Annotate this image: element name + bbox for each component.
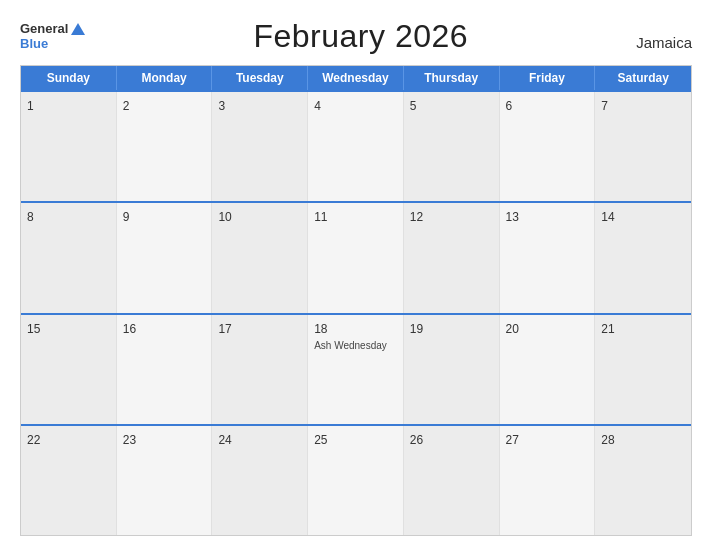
col-sunday: Sunday — [21, 66, 117, 90]
day-1: 1 — [21, 92, 117, 201]
day-20: 20 — [500, 315, 596, 424]
col-tuesday: Tuesday — [212, 66, 308, 90]
day-4: 4 — [308, 92, 404, 201]
calendar-grid: Sunday Monday Tuesday Wednesday Thursday… — [20, 65, 692, 536]
day-23: 23 — [117, 426, 213, 535]
calendar-header: Sunday Monday Tuesday Wednesday Thursday… — [21, 66, 691, 90]
day-9: 9 — [117, 203, 213, 312]
day-3: 3 — [212, 92, 308, 201]
week-2: 8 9 10 11 12 13 14 — [21, 201, 691, 312]
day-10: 10 — [212, 203, 308, 312]
logo-triangle-icon — [71, 23, 85, 35]
day-16: 16 — [117, 315, 213, 424]
day-24: 24 — [212, 426, 308, 535]
logo-general: General — [20, 22, 68, 36]
ash-wednesday-event: Ash Wednesday — [314, 339, 397, 352]
day-19: 19 — [404, 315, 500, 424]
day-8: 8 — [21, 203, 117, 312]
day-17: 17 — [212, 315, 308, 424]
calendar-body: 1 2 3 4 5 6 7 8 9 10 11 12 13 14 15 16 — [21, 90, 691, 535]
col-wednesday: Wednesday — [308, 66, 404, 90]
day-6: 6 — [500, 92, 596, 201]
day-13: 13 — [500, 203, 596, 312]
day-7: 7 — [595, 92, 691, 201]
col-monday: Monday — [117, 66, 213, 90]
day-27: 27 — [500, 426, 596, 535]
day-5: 5 — [404, 92, 500, 201]
col-friday: Friday — [500, 66, 596, 90]
week-3: 15 16 17 18 Ash Wednesday 19 20 21 — [21, 313, 691, 424]
day-21: 21 — [595, 315, 691, 424]
header: General Blue February 2026 Jamaica — [20, 18, 692, 55]
calendar-page: General Blue February 2026 Jamaica Sunda… — [0, 0, 712, 550]
col-thursday: Thursday — [404, 66, 500, 90]
day-25: 25 — [308, 426, 404, 535]
day-28: 28 — [595, 426, 691, 535]
day-12: 12 — [404, 203, 500, 312]
country-label: Jamaica — [636, 34, 692, 55]
week-1: 1 2 3 4 5 6 7 — [21, 90, 691, 201]
col-saturday: Saturday — [595, 66, 691, 90]
day-14: 14 — [595, 203, 691, 312]
month-title: February 2026 — [253, 18, 468, 55]
day-18: 18 Ash Wednesday — [308, 315, 404, 424]
logo-blue: Blue — [20, 37, 48, 51]
logo: General Blue — [20, 22, 85, 51]
day-2: 2 — [117, 92, 213, 201]
day-11: 11 — [308, 203, 404, 312]
week-4: 22 23 24 25 26 27 28 — [21, 424, 691, 535]
day-15: 15 — [21, 315, 117, 424]
day-22: 22 — [21, 426, 117, 535]
day-26: 26 — [404, 426, 500, 535]
